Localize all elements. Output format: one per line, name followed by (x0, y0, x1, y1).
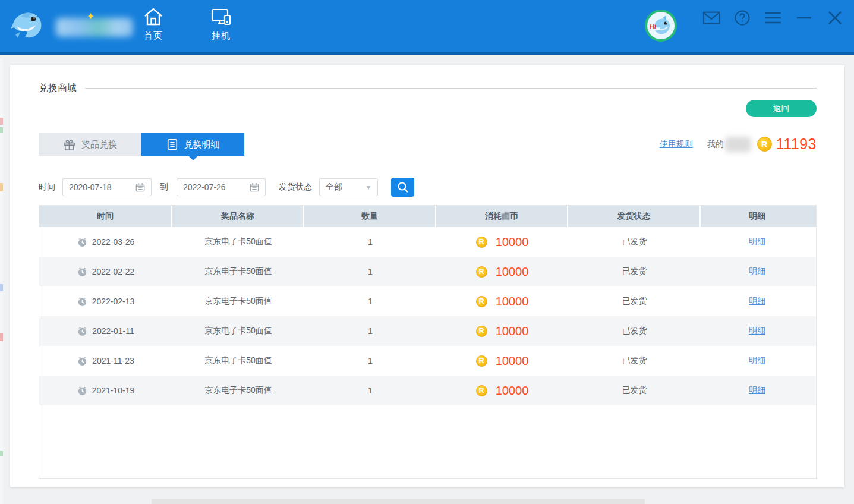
clock-icon (77, 386, 87, 396)
date-from-input[interactable]: 2020-07-18 (62, 178, 152, 196)
status-filter-label: 发货状态 (279, 182, 312, 193)
nav-label-idle: 挂机 (212, 30, 231, 42)
calendar-icon (135, 182, 145, 192)
gift-icon (63, 138, 75, 151)
cell-quantity: 1 (304, 286, 436, 316)
table-row: 2021-11-23 京东电子卡50面值 1 R 10000 已发货 明细 (39, 346, 816, 376)
column-header: 发货状态 (568, 206, 701, 227)
cell-quantity: 1 (304, 376, 436, 405)
coin-icon: R (757, 137, 772, 152)
to-label: 到 (160, 182, 168, 193)
nav-item-idle[interactable]: 挂机 (197, 6, 245, 42)
clock-icon (77, 356, 87, 366)
filter-bar: 时间 2020-07-18 到 2022-07-26 发货状态 全部 ▼ (39, 178, 414, 197)
cell-ship-status: 已发货 (568, 346, 701, 376)
column-header: 数量 (304, 206, 436, 227)
detail-link[interactable]: 明细 (749, 237, 765, 247)
dolphin-logo-icon (10, 8, 48, 44)
time-filter-label: 时间 (39, 182, 55, 193)
titlebar-right: Hi (645, 0, 843, 55)
detail-link[interactable]: 明细 (749, 355, 765, 366)
cell-ship-status: 已发货 (568, 316, 701, 346)
cell-prize-name: 京东电子卡50面值 (172, 316, 304, 346)
table-row: 2022-01-11 京东电子卡50面值 1 R 10000 已发货 明细 (39, 316, 816, 346)
status-select-value: 全部 (326, 182, 365, 193)
cell-quantity: 1 (304, 227, 436, 257)
cell-coins: R 10000 (436, 346, 568, 376)
close-icon[interactable] (827, 10, 843, 26)
detail-link[interactable]: 明细 (749, 296, 765, 307)
help-icon[interactable] (734, 10, 751, 26)
monitor-phone-icon (210, 6, 232, 27)
cell-date: 2022-01-11 (39, 316, 172, 346)
detail-link[interactable]: 明细 (749, 385, 765, 396)
table-row: 2022-03-26 京东电子卡50面值 1 R 10000 已发货 明细 (39, 227, 816, 257)
usage-rules-link[interactable]: 使用规则 (660, 139, 693, 150)
clock-icon (77, 267, 87, 277)
clock-icon (77, 326, 87, 336)
tab-exchange-detail[interactable]: 兑换明细 (141, 133, 244, 156)
cell-prize-name: 京东电子卡50面值 (172, 227, 304, 257)
coin-icon: R (476, 326, 487, 337)
mail-icon[interactable] (703, 10, 720, 26)
menu-icon[interactable] (765, 10, 781, 26)
table-body: 2022-03-26 京东电子卡50面值 1 R 10000 已发货 明细 20… (39, 227, 816, 405)
cell-ship-status: 已发货 (568, 286, 701, 316)
home-icon (143, 6, 164, 27)
exchange-history-table: 时间奖品名称数量消耗卣币发货状态明细 2022-03-26 京东电子卡50面值 … (39, 205, 817, 479)
cell-prize-name: 京东电子卡50面值 (172, 376, 304, 405)
page-background: 兑换商城 返回 奖品兑换 兑换明细 使用规则 我的 (0, 58, 854, 504)
column-header: 明细 (701, 206, 814, 227)
cell-detail: 明细 (701, 376, 814, 405)
main-nav: 首页 挂机 (130, 6, 245, 42)
cell-coins: R 10000 (436, 316, 568, 346)
cell-quantity: 1 (304, 346, 436, 376)
cell-detail: 明细 (701, 286, 814, 316)
cell-detail: 明细 (701, 316, 814, 346)
back-button[interactable]: 返回 (746, 100, 817, 117)
cell-prize-name: 京东电子卡50面值 (172, 286, 304, 316)
tab-label: 兑换明细 (184, 139, 220, 150)
cell-date: 2021-11-23 (39, 346, 172, 376)
cell-prize-name: 京东电子卡50面值 (172, 257, 304, 286)
detail-link[interactable]: 明细 (749, 266, 765, 277)
table-row: 2021-10-19 京东电子卡50面值 1 R 10000 已发货 明细 (39, 376, 816, 405)
column-header: 消耗卣币 (436, 206, 568, 227)
coin-icon: R (476, 385, 487, 396)
tab-label: 奖品兑换 (81, 139, 117, 150)
nav-item-home[interactable]: 首页 (130, 6, 177, 42)
cell-date: 2022-03-26 (39, 227, 172, 257)
avatar[interactable]: Hi (645, 10, 677, 42)
cell-coins: R 10000 (436, 227, 568, 257)
cell-ship-status: 已发货 (568, 376, 701, 405)
background-taskbar-sliver (152, 499, 645, 504)
cell-coins: R 10000 (436, 257, 568, 286)
cell-ship-status: 已发货 (568, 227, 701, 257)
chevron-down-icon: ▼ (365, 184, 371, 191)
page-title: 兑换商城 (39, 82, 77, 94)
my-coins-label: 我的 (707, 139, 724, 150)
sparkle-icon: ✦ (87, 11, 94, 22)
table-row: 2022-02-13 京东电子卡50面值 1 R 10000 已发货 明细 (39, 286, 816, 316)
coin-icon: R (476, 355, 487, 367)
cell-date: 2021-10-19 (39, 376, 172, 405)
date-from-value: 2020-07-18 (69, 182, 135, 192)
tab-prize-exchange[interactable]: 奖品兑换 (39, 133, 141, 156)
detail-link[interactable]: 明细 (749, 326, 765, 336)
search-button[interactable] (391, 178, 414, 197)
cell-date: 2022-02-22 (39, 257, 172, 286)
list-icon (166, 138, 178, 150)
cell-ship-status: 已发货 (568, 257, 701, 286)
coin-info: 使用规则 我的 R 11193 (660, 136, 817, 153)
active-tab-arrow (188, 156, 198, 160)
coin-icon: R (476, 266, 487, 278)
avatar-hi-badge: Hi (650, 23, 656, 30)
nav-label-home: 首页 (144, 30, 163, 42)
minimize-icon[interactable] (796, 10, 812, 26)
cell-date: 2022-02-13 (39, 286, 172, 316)
cell-prize-name: 京东电子卡50面值 (172, 346, 304, 376)
status-select[interactable]: 全部 ▼ (319, 178, 378, 196)
date-to-input[interactable]: 2022-07-26 (177, 178, 266, 196)
search-icon (397, 181, 409, 193)
table-header-row: 时间奖品名称数量消耗卣币发货状态明细 (39, 206, 816, 227)
